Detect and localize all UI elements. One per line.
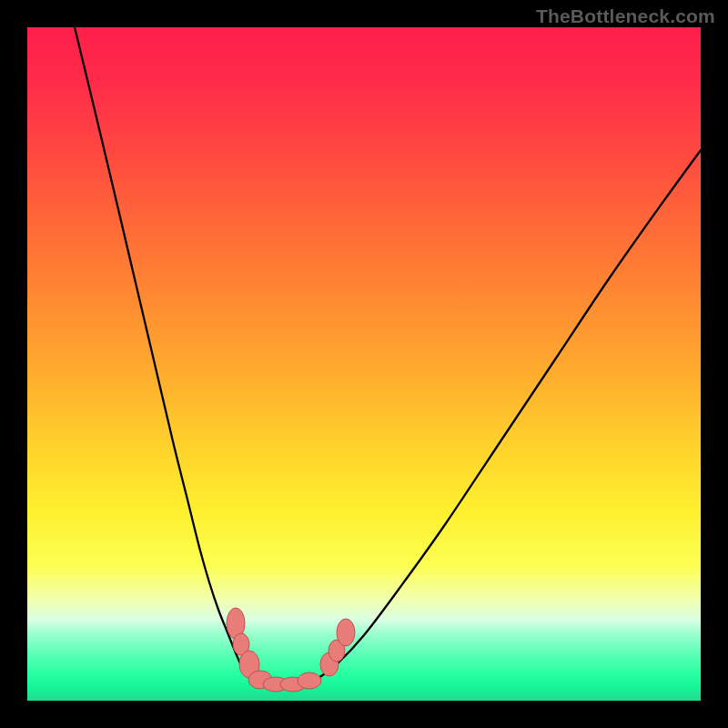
watermark-text: TheBottleneck.com xyxy=(536,5,715,27)
data-marker xyxy=(337,619,355,646)
plot-area xyxy=(27,27,701,701)
data-marker xyxy=(298,672,321,689)
chart-frame: TheBottleneck.com xyxy=(0,0,728,728)
marker-layer xyxy=(27,27,701,701)
